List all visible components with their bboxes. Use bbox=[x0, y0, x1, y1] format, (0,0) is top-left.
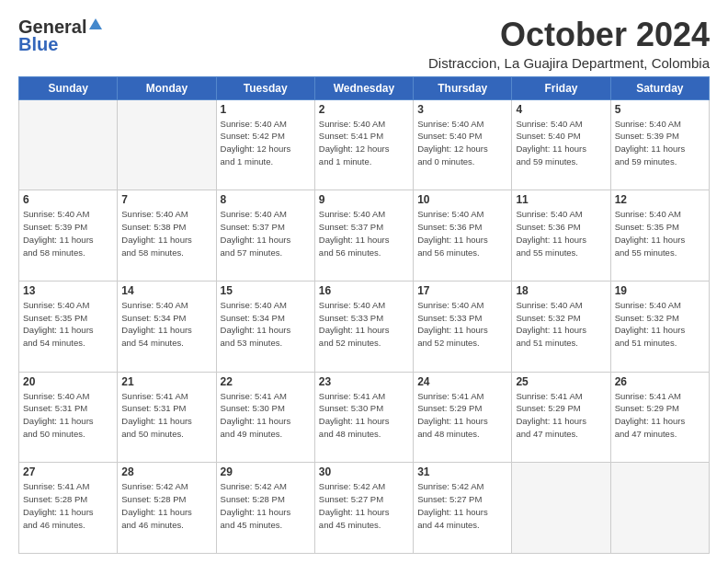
day-info: Sunrise: 5:40 AMSunset: 5:35 PMDaylight:… bbox=[615, 208, 705, 259]
calendar-table: Sunday Monday Tuesday Wednesday Thursday… bbox=[18, 76, 710, 554]
day-number: 16 bbox=[319, 284, 409, 297]
day-info: Sunrise: 5:40 AMSunset: 5:40 PMDaylight:… bbox=[516, 118, 606, 168]
day-number: 9 bbox=[319, 193, 409, 206]
calendar-cell: 26Sunrise: 5:41 AMSunset: 5:29 PMDayligh… bbox=[610, 372, 709, 463]
day-info: Sunrise: 5:40 AMSunset: 5:42 PMDaylight:… bbox=[221, 118, 311, 168]
day-info: Sunrise: 5:40 AMSunset: 5:40 PMDaylight:… bbox=[417, 118, 507, 168]
day-number: 17 bbox=[417, 284, 507, 297]
calendar-week-row-2: 6Sunrise: 5:40 AMSunset: 5:39 PMDaylight… bbox=[19, 190, 710, 282]
day-number: 26 bbox=[615, 375, 705, 388]
day-info: Sunrise: 5:40 AMSunset: 5:31 PMDaylight:… bbox=[23, 390, 113, 441]
day-number: 14 bbox=[121, 284, 211, 297]
day-number: 8 bbox=[221, 193, 311, 206]
logo-blue: Blue bbox=[18, 34, 58, 55]
day-number: 20 bbox=[23, 375, 113, 388]
logo-icon bbox=[87, 17, 104, 33]
day-info: Sunrise: 5:42 AMSunset: 5:27 PMDaylight:… bbox=[417, 480, 507, 531]
day-info: Sunrise: 5:40 AMSunset: 5:32 PMDaylight:… bbox=[615, 299, 705, 350]
day-info: Sunrise: 5:40 AMSunset: 5:41 PMDaylight:… bbox=[319, 118, 409, 168]
calendar-week-row-4: 20Sunrise: 5:40 AMSunset: 5:31 PMDayligh… bbox=[19, 372, 710, 463]
calendar-cell: 13Sunrise: 5:40 AMSunset: 5:35 PMDayligh… bbox=[19, 281, 118, 372]
calendar-week-row-3: 13Sunrise: 5:40 AMSunset: 5:35 PMDayligh… bbox=[19, 281, 710, 372]
day-info: Sunrise: 5:40 AMSunset: 5:38 PMDaylight:… bbox=[121, 208, 211, 259]
day-number: 21 bbox=[121, 375, 211, 388]
day-info: Sunrise: 5:42 AMSunset: 5:27 PMDaylight:… bbox=[319, 480, 409, 531]
calendar-cell: 22Sunrise: 5:41 AMSunset: 5:30 PMDayligh… bbox=[216, 372, 314, 463]
header-saturday: Saturday bbox=[610, 76, 709, 99]
calendar-cell: 25Sunrise: 5:41 AMSunset: 5:29 PMDayligh… bbox=[512, 372, 610, 463]
day-info: Sunrise: 5:41 AMSunset: 5:31 PMDaylight:… bbox=[121, 390, 211, 441]
calendar-week-row-5: 27Sunrise: 5:41 AMSunset: 5:28 PMDayligh… bbox=[19, 463, 710, 554]
day-info: Sunrise: 5:41 AMSunset: 5:29 PMDaylight:… bbox=[615, 390, 705, 441]
header-monday: Monday bbox=[118, 76, 216, 99]
day-info: Sunrise: 5:40 AMSunset: 5:32 PMDaylight:… bbox=[516, 299, 606, 350]
header-wednesday: Wednesday bbox=[314, 76, 413, 99]
calendar-cell: 8Sunrise: 5:40 AMSunset: 5:37 PMDaylight… bbox=[216, 190, 314, 282]
calendar-cell: 28Sunrise: 5:42 AMSunset: 5:28 PMDayligh… bbox=[118, 463, 216, 554]
calendar-week-row-1: 1Sunrise: 5:40 AMSunset: 5:42 PMDaylight… bbox=[19, 99, 710, 190]
calendar-cell bbox=[19, 99, 118, 190]
calendar-cell: 31Sunrise: 5:42 AMSunset: 5:27 PMDayligh… bbox=[414, 463, 512, 554]
day-number: 11 bbox=[516, 193, 606, 206]
calendar-cell: 20Sunrise: 5:40 AMSunset: 5:31 PMDayligh… bbox=[19, 372, 118, 463]
calendar-cell: 30Sunrise: 5:42 AMSunset: 5:27 PMDayligh… bbox=[314, 463, 413, 554]
day-number: 30 bbox=[319, 465, 409, 478]
calendar-cell bbox=[118, 99, 216, 190]
day-info: Sunrise: 5:41 AMSunset: 5:30 PMDaylight:… bbox=[221, 390, 311, 441]
day-number: 23 bbox=[319, 375, 409, 388]
calendar-cell: 29Sunrise: 5:42 AMSunset: 5:28 PMDayligh… bbox=[216, 463, 314, 554]
day-info: Sunrise: 5:41 AMSunset: 5:29 PMDaylight:… bbox=[516, 390, 606, 441]
day-info: Sunrise: 5:40 AMSunset: 5:39 PMDaylight:… bbox=[23, 208, 113, 259]
calendar-cell bbox=[610, 463, 709, 554]
day-number: 6 bbox=[23, 193, 113, 206]
calendar-cell: 2Sunrise: 5:40 AMSunset: 5:41 PMDaylight… bbox=[314, 99, 413, 190]
calendar-cell: 6Sunrise: 5:40 AMSunset: 5:39 PMDaylight… bbox=[19, 190, 118, 282]
calendar-cell: 17Sunrise: 5:40 AMSunset: 5:33 PMDayligh… bbox=[414, 281, 512, 372]
day-number: 31 bbox=[417, 465, 507, 478]
day-number: 22 bbox=[221, 375, 311, 388]
day-number: 18 bbox=[516, 284, 606, 297]
day-number: 3 bbox=[417, 103, 507, 116]
weekday-header-row: Sunday Monday Tuesday Wednesday Thursday… bbox=[19, 76, 710, 99]
header-friday: Friday bbox=[512, 76, 610, 99]
day-number: 7 bbox=[121, 193, 211, 206]
day-number: 12 bbox=[615, 193, 705, 206]
title-block: October 2024 Distraccion, La Guajira Dep… bbox=[428, 17, 710, 71]
header-sunday: Sunday bbox=[19, 76, 118, 99]
day-number: 29 bbox=[221, 465, 311, 478]
calendar-cell: 4Sunrise: 5:40 AMSunset: 5:40 PMDaylight… bbox=[512, 99, 610, 190]
calendar-cell: 5Sunrise: 5:40 AMSunset: 5:39 PMDaylight… bbox=[610, 99, 709, 190]
day-number: 28 bbox=[121, 465, 211, 478]
day-info: Sunrise: 5:41 AMSunset: 5:28 PMDaylight:… bbox=[23, 480, 113, 531]
day-number: 19 bbox=[615, 284, 705, 297]
calendar-cell: 3Sunrise: 5:40 AMSunset: 5:40 PMDaylight… bbox=[414, 99, 512, 190]
day-number: 5 bbox=[615, 103, 705, 116]
day-info: Sunrise: 5:42 AMSunset: 5:28 PMDaylight:… bbox=[121, 480, 211, 531]
header: General Blue October 2024 Distraccion, L… bbox=[18, 17, 710, 71]
calendar-cell: 10Sunrise: 5:40 AMSunset: 5:36 PMDayligh… bbox=[414, 190, 512, 282]
day-number: 1 bbox=[221, 103, 311, 116]
day-info: Sunrise: 5:40 AMSunset: 5:36 PMDaylight:… bbox=[516, 208, 606, 259]
logo: General Blue bbox=[18, 17, 105, 55]
location-subtitle: Distraccion, La Guajira Department, Colo… bbox=[428, 55, 710, 71]
calendar-cell: 16Sunrise: 5:40 AMSunset: 5:33 PMDayligh… bbox=[314, 281, 413, 372]
day-info: Sunrise: 5:41 AMSunset: 5:30 PMDaylight:… bbox=[319, 390, 409, 441]
day-number: 4 bbox=[516, 103, 606, 116]
day-number: 24 bbox=[417, 375, 507, 388]
calendar-cell: 18Sunrise: 5:40 AMSunset: 5:32 PMDayligh… bbox=[512, 281, 610, 372]
calendar-cell: 27Sunrise: 5:41 AMSunset: 5:28 PMDayligh… bbox=[19, 463, 118, 554]
day-number: 2 bbox=[319, 103, 409, 116]
day-info: Sunrise: 5:40 AMSunset: 5:33 PMDaylight:… bbox=[319, 299, 409, 350]
day-info: Sunrise: 5:40 AMSunset: 5:37 PMDaylight:… bbox=[221, 208, 311, 259]
calendar-cell: 7Sunrise: 5:40 AMSunset: 5:38 PMDaylight… bbox=[118, 190, 216, 282]
header-tuesday: Tuesday bbox=[216, 76, 314, 99]
calendar-cell: 9Sunrise: 5:40 AMSunset: 5:37 PMDaylight… bbox=[314, 190, 413, 282]
day-number: 15 bbox=[221, 284, 311, 297]
day-info: Sunrise: 5:42 AMSunset: 5:28 PMDaylight:… bbox=[221, 480, 311, 531]
calendar-cell bbox=[512, 463, 610, 554]
day-info: Sunrise: 5:40 AMSunset: 5:39 PMDaylight:… bbox=[615, 118, 705, 168]
day-number: 25 bbox=[516, 375, 606, 388]
header-thursday: Thursday bbox=[414, 76, 512, 99]
page: General Blue October 2024 Distraccion, L… bbox=[0, 0, 728, 563]
day-info: Sunrise: 5:40 AMSunset: 5:37 PMDaylight:… bbox=[319, 208, 409, 259]
